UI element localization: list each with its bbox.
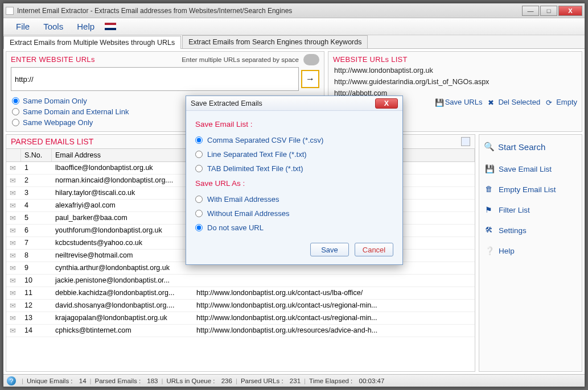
- save-dialog: Save Extracted Emails X Save Email List …: [186, 96, 403, 265]
- settings-button[interactable]: 🛠Settings: [483, 221, 578, 239]
- mail-icon: ✉: [6, 187, 21, 199]
- mail-icon: ✉: [6, 225, 21, 237]
- cell-url: http://www.londonbaptist.org.uk/contact-…: [193, 300, 475, 312]
- table-row[interactable]: ✉13krajagopalan@londonbaptist.org.ukhttp…: [6, 312, 475, 325]
- help-button[interactable]: ❔Help: [483, 242, 578, 260]
- mail-icon: ✉: [6, 250, 21, 262]
- list-item[interactable]: http://www.londonbaptist.org.uk: [334, 65, 576, 76]
- cell-email: paul_barker@baa.com: [52, 212, 193, 224]
- table-row[interactable]: ✉11debbie.kachidza@londonbaptist.org...h…: [6, 287, 475, 300]
- statusbar: ? | Unique Emails : 14 | Parsed Emails :…: [3, 374, 585, 387]
- cell-email: krajagopalan@londonbaptist.org.uk: [52, 312, 193, 324]
- tab-urls[interactable]: Extract Emails from Multiple Websites th…: [3, 36, 181, 49]
- cell-email: david.shosanya@londonbaptist.org....: [52, 300, 193, 312]
- status-purl-value: 231: [290, 377, 301, 384]
- radio-csv[interactable]: Comma Separated CSV File (*.csv): [195, 133, 393, 147]
- status-help-icon[interactable]: ?: [7, 376, 16, 385]
- empty-icon: ⟳: [546, 98, 554, 106]
- col-email[interactable]: Email Address: [52, 149, 193, 161]
- dialog-save-button[interactable]: Save: [310, 243, 349, 256]
- del-selected-button[interactable]: ✖Del Selected: [488, 98, 540, 106]
- radio-line-txt[interactable]: Line Separated Text File (*.txt): [195, 147, 393, 161]
- mail-icon: ✉: [6, 212, 21, 224]
- window-title: Internet Email Extractor - Extracts Emai…: [17, 7, 292, 15]
- mail-icon: ✉: [6, 312, 21, 324]
- delete-icon: ✖: [488, 98, 496, 106]
- menu-tools[interactable]: Tools: [36, 19, 70, 34]
- enter-urls-hint: Enter multiple URLs separated by space: [182, 56, 299, 63]
- status-unique-value: 14: [79, 377, 87, 384]
- cell-email: cphicks@btinternet.com: [52, 325, 193, 337]
- save-icon: 💾: [435, 98, 443, 106]
- save-urls-button[interactable]: 💾Save URLs: [435, 98, 483, 106]
- cell-sno: 9: [21, 262, 52, 274]
- language-flag-icon[interactable]: [105, 23, 116, 30]
- menu-help[interactable]: Help: [70, 19, 101, 34]
- cell-email: norman.kincaid@londonbaptist.org....: [52, 175, 193, 186]
- cell-sno: 8: [21, 250, 52, 262]
- start-search-button[interactable]: 🔍Start Search: [483, 139, 578, 157]
- cell-url: http://www.londonbaptist.org.uk/resource…: [193, 325, 475, 337]
- cell-email: cynthia.arthur@londonbaptist.org.uk: [52, 262, 193, 274]
- cell-email: lbaoffice@londonbaptist.org.uk: [52, 162, 193, 174]
- dialog-section-save-list: Save Email List :: [195, 120, 393, 128]
- dialog-section-save-url: Save URL As :: [195, 179, 393, 188]
- status-time-label: Time Elapsed :: [309, 377, 352, 384]
- mail-icon: ✉: [6, 162, 21, 174]
- cell-sno: 3: [21, 187, 52, 199]
- table-row[interactable]: ✉10jackie.penistone@londonbaptist.or...: [6, 275, 475, 287]
- mail-icon: ✉: [6, 262, 21, 274]
- main-tabs: Extract Emails from Multiple Websites th…: [3, 35, 585, 49]
- status-queue-label: URLs in Queue :: [166, 377, 215, 384]
- mail-icon: ✉: [6, 275, 21, 287]
- radio-tab-txt[interactable]: TAB Delimited Text File (*.txt): [195, 161, 393, 176]
- cell-email: alexafriyi@aol.com: [52, 200, 193, 211]
- radio-with-email[interactable]: With Email Addresses: [195, 192, 393, 206]
- table-row[interactable]: ✉14cphicks@btinternet.comhttp://www.lond…: [6, 325, 475, 337]
- col-sno[interactable]: S.No.: [21, 149, 52, 161]
- titlebar: Internet Email Extractor - Extracts Emai…: [3, 3, 585, 18]
- cell-email: kcbcstudents@yahoo.co.uk: [52, 237, 193, 249]
- search-icon: 🔍: [484, 142, 495, 152]
- status-parsed-value: 183: [147, 377, 158, 384]
- empty-email-list-button[interactable]: 🗑Empty Email List: [483, 180, 578, 198]
- dialog-cancel-button[interactable]: Cancel: [355, 243, 393, 256]
- status-unique-label: Unique Emails :: [27, 377, 73, 384]
- url-input[interactable]: [11, 67, 299, 91]
- empty-button[interactable]: ⟳Empty: [546, 98, 577, 106]
- cell-sno: 14: [21, 325, 52, 337]
- filter-list-button[interactable]: ⚑Filter List: [483, 201, 578, 219]
- radio-no-url[interactable]: Do not save URL: [195, 221, 393, 235]
- close-button[interactable]: X: [558, 6, 582, 16]
- maximize-button[interactable]: □: [540, 6, 557, 16]
- email-count-icon[interactable]: [461, 137, 470, 146]
- dialog-close-button[interactable]: X: [375, 98, 398, 109]
- cell-email: youthforum@londonbaptist.org.uk: [52, 225, 193, 237]
- cell-sno: 2: [21, 175, 52, 186]
- status-purl-label: Parsed URLs :: [241, 377, 283, 384]
- status-queue-value: 236: [221, 377, 232, 384]
- settings-icon: 🛠: [485, 226, 494, 235]
- parsed-emails-title: PARSED EMAILS LIST: [11, 137, 93, 146]
- cell-sno: 11: [21, 287, 52, 299]
- list-item[interactable]: http://abbott.com: [334, 88, 576, 96]
- minimize-button[interactable]: —: [522, 6, 539, 16]
- link-icon: [303, 54, 319, 65]
- cell-sno: 10: [21, 275, 52, 287]
- menu-file[interactable]: File: [9, 19, 36, 34]
- radio-without-email[interactable]: Without Email Addresses: [195, 206, 393, 221]
- table-row[interactable]: ✉12david.shosanya@londonbaptist.org....h…: [6, 300, 475, 312]
- mail-icon: ✉: [6, 325, 21, 337]
- dialog-title: Save Extracted Emails: [191, 99, 262, 107]
- mail-icon: ✉: [6, 200, 21, 211]
- go-button[interactable]: →: [301, 70, 319, 88]
- list-item[interactable]: http://www.guidestarindia.org/List_of_NG…: [334, 76, 576, 88]
- cell-sno: 13: [21, 312, 52, 324]
- actions-sidebar: 🔍Start Search 💾Save Email List 🗑Empty Em…: [479, 134, 582, 372]
- urls-list[interactable]: http://www.londonbaptist.org.uk http://w…: [328, 65, 582, 96]
- save-email-list-button[interactable]: 💾Save Email List: [483, 160, 578, 178]
- tab-keywords[interactable]: Extract Emails from Search Engines throu…: [182, 35, 368, 48]
- menubar: File Tools Help: [3, 18, 585, 35]
- status-time-value: 00:03:47: [359, 377, 385, 384]
- urls-list-title: WEBSITE URLs LIST: [328, 52, 582, 65]
